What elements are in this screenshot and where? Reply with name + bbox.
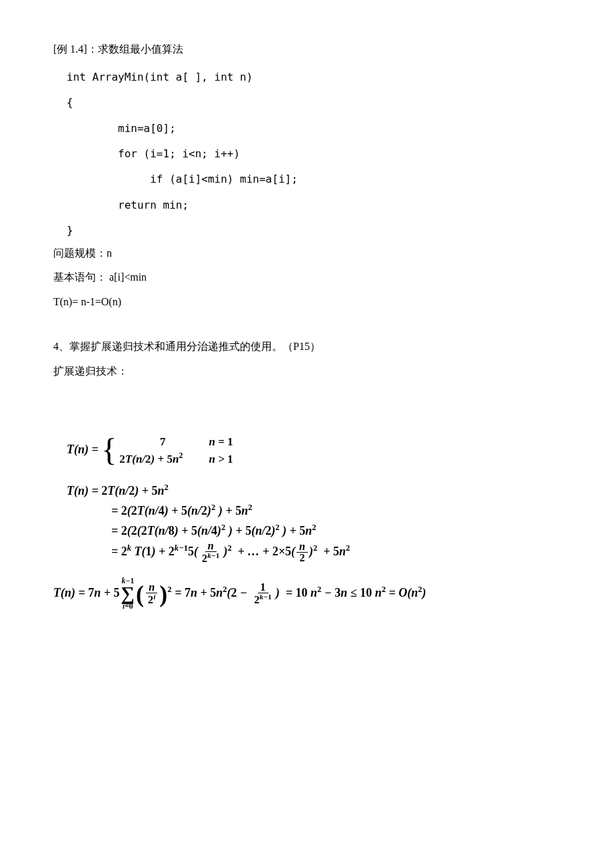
brace-close: } [67, 218, 573, 243]
example-title: [例 1.4]：求数组最小值算法 [53, 40, 573, 59]
expand-line-1: T(n) = 2T(n/2) + 5n2 [67, 481, 573, 501]
expand-line-4: = 2k T(1) + 2k−15(n2k−1)2 + … + 2×5(n2)2… [111, 541, 573, 565]
code-block: int ArrayMin(int a[ ], int n) { min=a[0]… [67, 65, 573, 244]
code-line-4: return min; [67, 193, 573, 218]
final-result: T(n) = 7n + 5k−1∑i=0(n2i)2 = 7n + 5n2(2 … [53, 577, 573, 610]
expand-line-3: = 2(2(2T(n/8) + 5(n/4)2 ) + 5(n/2)2 ) + … [111, 521, 573, 541]
brace-open: { [67, 90, 573, 115]
section4-subtitle: 扩展递归技术： [53, 362, 573, 381]
expand-line-2: = 2(2T(n/4) + 5(n/2)2 ) + 5n2 [111, 501, 573, 521]
basic-statement: 基本语句： a[i]<min [53, 268, 573, 287]
tn-result: T(n)= n-1=O(n) [53, 293, 573, 312]
sigma-icon: k−1∑i=0 [121, 577, 135, 610]
problem-size: 问题规模：n [53, 244, 573, 263]
def-lhs: T(n) = [67, 442, 101, 455]
section4-heading: 4、掌握扩展递归技术和通用分治递推式的使用。（P15） [53, 337, 573, 357]
recurrence-definition: T(n) = { 7 n = 1 2T(n/2) + 5n2 n > 1 [67, 433, 573, 468]
case1-expr: 7 [160, 435, 166, 448]
code-line-1: min=a[0]; [67, 116, 573, 141]
code-line-2: for (i=1; i<n; i++) [67, 141, 573, 167]
expansion-block: T(n) = 2T(n/2) + 5n2 = 2(2T(n/4) + 5(n/2… [67, 481, 573, 564]
code-signature: int ArrayMin(int a[ ], int n) [67, 65, 573, 90]
code-line-3: if (a[i]<min) min=a[i]; [67, 167, 573, 192]
left-brace-icon: { [101, 437, 117, 463]
